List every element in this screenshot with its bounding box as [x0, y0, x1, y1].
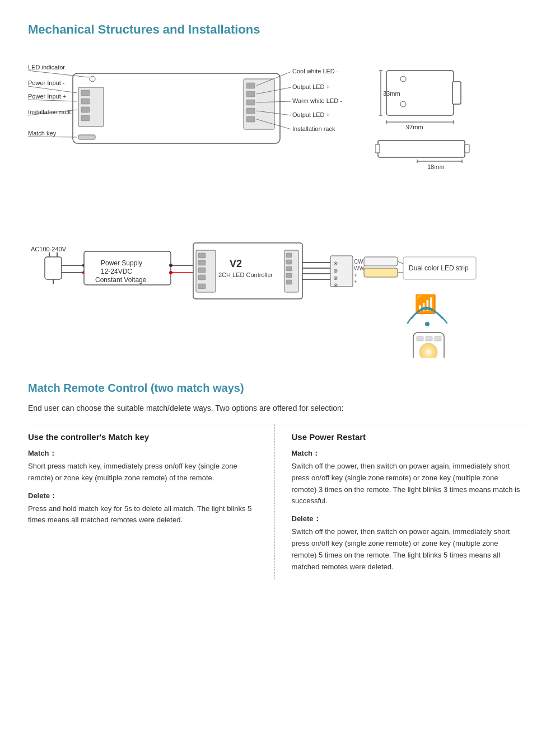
svg-line-22	[28, 137, 77, 137]
svg-text:Cool white LED -: Cool white LED -	[292, 68, 339, 74]
svg-text:Power Supply: Power Supply	[101, 259, 142, 267]
svg-rect-46	[378, 140, 465, 157]
svg-rect-9	[246, 100, 255, 105]
svg-text:Power Input -: Power Input -	[28, 79, 65, 86]
svg-rect-11	[246, 116, 255, 122]
svg-rect-99	[364, 268, 398, 277]
col2-delete-label: Delete：	[292, 514, 521, 524]
svg-text:Dual color LED strip: Dual color LED strip	[409, 264, 469, 272]
svg-rect-75	[198, 275, 206, 280]
svg-rect-81	[286, 260, 292, 264]
svg-text:Constant Voltage: Constant Voltage	[95, 276, 147, 284]
svg-text:+: +	[354, 279, 357, 285]
svg-rect-82	[286, 266, 292, 271]
svg-text:33mm: 33mm	[383, 90, 400, 97]
svg-rect-74	[198, 268, 206, 273]
svg-text:+: +	[354, 272, 357, 278]
svg-text:Output LED +: Output LED +	[292, 83, 330, 90]
svg-point-36	[400, 101, 406, 107]
connection-svg: AC100-240V Power Supply 12-24VDC Constan…	[28, 201, 532, 358]
svg-rect-80	[286, 253, 292, 257]
col1-match-text: Short press match key, immediately press…	[28, 461, 258, 484]
device-diagram-svg: LED indicator Power Input - Power Input …	[28, 54, 358, 171]
svg-point-35	[400, 76, 406, 82]
svg-rect-4	[81, 107, 90, 113]
svg-text:V2: V2	[230, 258, 242, 269]
svg-rect-48	[465, 144, 469, 153]
svg-rect-7	[246, 83, 255, 88]
match-section-title: Match Remote Control (two match ways)	[28, 382, 532, 395]
svg-text:97mm: 97mm	[406, 124, 423, 130]
svg-text:18mm: 18mm	[427, 163, 445, 170]
svg-rect-10	[246, 108, 255, 114]
svg-rect-108	[426, 336, 432, 341]
svg-text:⊗: ⊗	[333, 268, 338, 274]
col2-delete-text: Switch off the power, then switch on pow…	[292, 526, 521, 573]
svg-rect-37	[452, 82, 461, 104]
svg-text:LED indicator: LED indicator	[28, 64, 65, 71]
svg-rect-3	[81, 99, 90, 104]
svg-rect-76	[198, 284, 206, 289]
svg-text:⊗: ⊗	[333, 260, 338, 266]
svg-point-105	[425, 322, 430, 326]
svg-point-12	[90, 76, 95, 82]
svg-rect-2	[81, 90, 90, 96]
svg-point-69	[169, 271, 172, 274]
svg-line-16	[28, 86, 77, 93]
match-col-2: Use Power Restart Match： Switch off the …	[275, 424, 533, 579]
svg-rect-73	[198, 260, 206, 265]
svg-rect-53	[45, 257, 62, 279]
svg-line-102	[398, 261, 403, 264]
svg-point-68	[169, 264, 172, 267]
dimension-svg: 33mm 97mm 18mm	[375, 59, 487, 177]
col2-match-label: Match：	[292, 448, 521, 458]
svg-text:Warm white LED -: Warm white LED -	[292, 97, 342, 104]
svg-text:Power Input +: Power Input +	[28, 93, 66, 100]
mechanical-diagram-section: LED indicator Power Input - Power Input …	[28, 54, 532, 179]
col1-delete-label: Delete：	[28, 491, 258, 501]
col2-match-text: Switch off the power, then switch on pow…	[292, 461, 521, 507]
svg-rect-109	[435, 336, 441, 341]
col1-delete-text: Press and hold match key for 5s to delet…	[28, 503, 258, 527]
col1-title: Use the controller's Match key	[28, 432, 258, 442]
dimension-diagrams: 33mm 97mm 18mm	[375, 59, 487, 179]
col2-title: Use Power Restart	[292, 432, 521, 442]
svg-text:2CH LED Controller: 2CH LED Controller	[218, 271, 273, 278]
svg-text:Installation rack: Installation rack	[292, 125, 335, 132]
svg-rect-5	[81, 115, 90, 121]
connection-section: AC100-240V Power Supply 12-24VDC Constan…	[28, 201, 532, 359]
svg-text:WW: WW	[354, 265, 365, 271]
svg-text:Output LED +: Output LED +	[292, 111, 330, 118]
svg-rect-13	[78, 135, 95, 139]
svg-text:CW: CW	[354, 259, 363, 265]
match-col-1: Use the controller's Match key Match： Sh…	[28, 424, 275, 579]
svg-rect-47	[375, 144, 380, 153]
svg-rect-107	[417, 336, 423, 341]
svg-text:Match key: Match key	[28, 130, 57, 137]
svg-rect-8	[246, 91, 255, 97]
svg-line-18	[28, 100, 77, 101]
svg-text:AC100-240V: AC100-240V	[31, 246, 67, 252]
intro-text: End user can choose the suitable match/d…	[28, 404, 532, 413]
col1-match-label: Match：	[28, 448, 258, 458]
svg-text:12-24VDC: 12-24VDC	[101, 268, 132, 275]
svg-point-110	[419, 343, 437, 358]
svg-rect-83	[286, 273, 292, 278]
match-columns: Use the controller's Match key Match： Sh…	[28, 424, 532, 579]
page-title: Mechanical Structures and Installations	[28, 22, 532, 37]
svg-rect-98	[364, 257, 398, 266]
svg-text:Installation rack: Installation rack	[28, 109, 71, 115]
svg-text:⊗: ⊗	[333, 275, 338, 281]
svg-rect-84	[286, 280, 292, 284]
svg-text:⊗: ⊗	[333, 282, 338, 288]
svg-rect-72	[198, 253, 206, 258]
